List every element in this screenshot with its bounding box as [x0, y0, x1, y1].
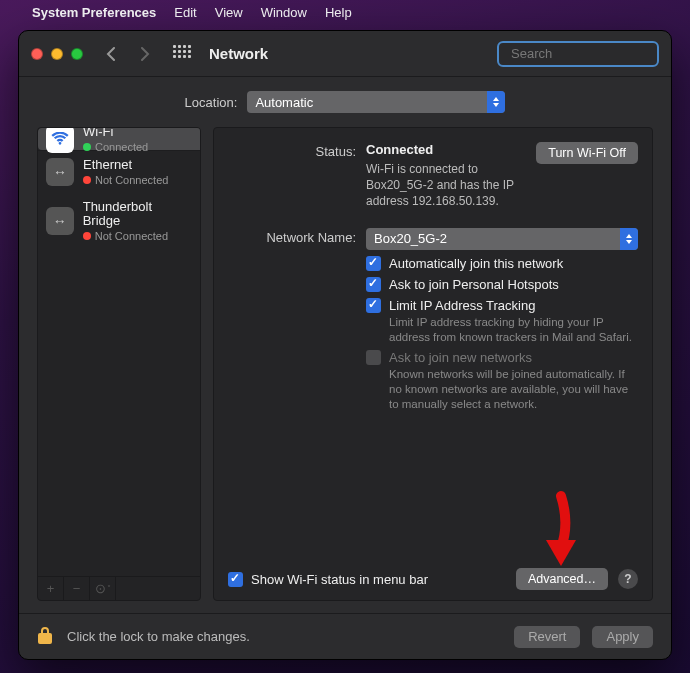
chevron-updown-icon: [620, 228, 638, 250]
network-name-value: Box20_5G-2: [374, 231, 447, 246]
revert-button[interactable]: Revert: [514, 626, 580, 648]
auto-join-checkbox[interactable]: [366, 256, 381, 271]
status-value: Connected: [366, 142, 536, 157]
location-select[interactable]: Automatic: [247, 91, 505, 113]
sidebar-item-status: Connected: [95, 141, 148, 153]
limit-tracking-label: Limit IP Address Tracking: [389, 298, 638, 313]
apply-button[interactable]: Apply: [592, 626, 653, 648]
status-label: Status:: [228, 142, 356, 210]
lock-icon[interactable]: [37, 625, 55, 648]
remove-interface-button[interactable]: −: [64, 577, 90, 600]
wifi-icon: [46, 127, 74, 153]
search-input[interactable]: [511, 46, 679, 61]
sidebar-item-name: Wi-Fi: [83, 127, 148, 140]
sidebar-item-wifi[interactable]: Wi-Fi Connected: [38, 128, 201, 150]
help-button[interactable]: ?: [618, 569, 638, 589]
nav-back-button[interactable]: [99, 42, 123, 66]
show-status-menubar-label: Show Wi-Fi status in menu bar: [251, 572, 428, 587]
ask-new-networks-checkbox[interactable]: [366, 350, 381, 365]
show-all-prefs-icon[interactable]: [173, 45, 191, 63]
limit-tracking-checkbox[interactable]: [366, 298, 381, 313]
interface-actions-button[interactable]: ⊙˅: [90, 577, 116, 600]
turn-wifi-off-button[interactable]: Turn Wi-Fi Off: [536, 142, 638, 164]
sidebar-item-ethernet[interactable]: ↔ Ethernet Not Connected: [38, 150, 200, 193]
lock-text: Click the lock to make changes.: [67, 629, 502, 644]
window-controls: [31, 48, 83, 60]
advanced-button[interactable]: Advanced…: [516, 568, 608, 590]
minimize-button[interactable]: [51, 48, 63, 60]
app-menu[interactable]: System Preferences: [32, 5, 156, 20]
menu-help[interactable]: Help: [325, 5, 352, 20]
menu-window[interactable]: Window: [261, 5, 307, 20]
search-field-wrap[interactable]: [497, 41, 659, 67]
limit-tracking-desc: Limit IP address tracking by hiding your…: [389, 315, 638, 345]
sidebar-item-status: Not Connected: [95, 230, 168, 242]
interfaces-sidebar: Wi-Fi Connected ↔ Ethernet Not Connected…: [37, 127, 201, 601]
sidebar-item-thunderbolt[interactable]: ↔ Thunderbolt Bridge Not Connected: [38, 193, 200, 249]
interface-detail-pane: Status: Connected Wi-Fi is connected to …: [213, 127, 653, 601]
window-title: Network: [209, 45, 268, 62]
status-dot-icon: [83, 176, 91, 184]
close-button[interactable]: [31, 48, 43, 60]
network-name-select[interactable]: Box20_5G-2: [366, 228, 638, 250]
nav-forward-button[interactable]: [133, 42, 157, 66]
titlebar: Network: [19, 31, 671, 77]
auto-join-label: Automatically join this network: [389, 256, 638, 271]
status-dot-icon: [83, 232, 91, 240]
location-label: Location:: [185, 95, 238, 110]
sidebar-item-status: Not Connected: [95, 174, 168, 186]
network-name-label: Network Name:: [228, 228, 356, 413]
sidebar-item-name: Thunderbolt Bridge: [83, 200, 192, 229]
ask-new-networks-desc: Known networks will be joined automatica…: [389, 367, 638, 412]
chevron-updown-icon: [487, 91, 505, 113]
zoom-button[interactable]: [71, 48, 83, 60]
personal-hotspot-label: Ask to join Personal Hotspots: [389, 277, 638, 292]
sidebar-item-name: Ethernet: [83, 158, 168, 172]
ask-new-networks-label: Ask to join new networks: [389, 350, 638, 365]
system-menubar: System Preferences Edit View Window Help: [0, 0, 690, 24]
location-value: Automatic: [255, 95, 313, 110]
ethernet-icon: ↔: [46, 158, 74, 186]
status-description: Wi-Fi is connected to Box20_5G-2 and has…: [366, 161, 536, 210]
status-dot-icon: [83, 143, 91, 151]
menu-view[interactable]: View: [215, 5, 243, 20]
add-interface-button[interactable]: +: [38, 577, 64, 600]
show-status-menubar-checkbox[interactable]: [228, 572, 243, 587]
prefs-window: Network Location: Automatic: [18, 30, 672, 660]
menu-edit[interactable]: Edit: [174, 5, 196, 20]
thunderbolt-icon: ↔: [46, 207, 74, 235]
personal-hotspot-checkbox[interactable]: [366, 277, 381, 292]
